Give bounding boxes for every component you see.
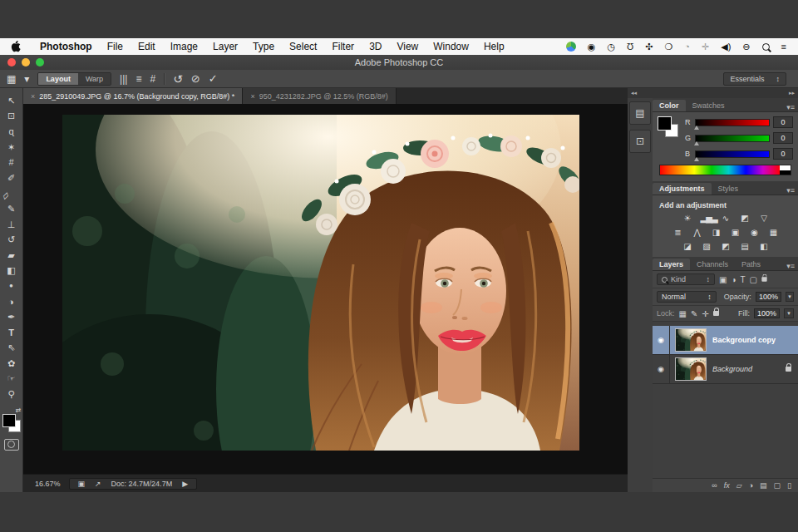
delete-layer-icon[interactable]: ▯ [787,481,791,490]
move-status-icon[interactable]: ✛ [702,42,709,52]
slider-handle[interactable] [694,157,699,161]
layout-button[interactable]: Layout [38,73,78,85]
warp-button[interactable]: Warp [78,73,111,85]
opacity-dropdown-icon[interactable]: ▾ [786,292,794,302]
menu-window[interactable]: Window [426,41,476,52]
tab-layers[interactable]: Layers [653,259,690,270]
export-icon[interactable]: ↗ [95,480,101,488]
layer-row-background[interactable]: ◉ Background [653,355,798,384]
status-menu-icon[interactable]: ▶ [182,480,188,488]
green-value[interactable]: 0 [773,132,793,144]
opacity-value[interactable]: 100% [756,292,781,302]
split-vertical-icon[interactable]: ||| [120,73,127,85]
expand-panels-icon[interactable]: ▸▸ [789,90,795,96]
menu-file[interactable]: File [100,41,131,52]
split-horizontal-icon[interactable]: ≡ [135,73,141,85]
filter-smart-objects-icon[interactable] [761,277,766,281]
sync-icon[interactable] [566,42,576,52]
eraser-tool[interactable]: ▰ [2,248,21,264]
blend-mode-dropdown[interactable]: Normal ↕ [657,291,717,303]
threshold-icon[interactable]: ◩ [720,242,732,251]
visibility-eye-icon[interactable]: ◉ [653,355,670,383]
foreground-color-swatch[interactable] [658,116,672,131]
menu-filter[interactable]: Filter [324,41,362,52]
menu-image[interactable]: Image [163,41,205,52]
clone-stamp-tool[interactable]: ⊥ [2,217,21,233]
menu-type[interactable]: Type [245,41,282,52]
canvas-area[interactable] [23,104,628,474]
slider-handle[interactable] [694,126,699,130]
photo-filter-icon[interactable]: ▣ [729,228,741,237]
color-spectrum-ramp[interactable] [659,165,791,175]
green-slider[interactable] [695,135,770,142]
zoom-level[interactable]: 16.67% [35,480,61,488]
filter-shape-layers-icon[interactable]: ▢ [750,275,757,284]
lock-transparent-icon[interactable]: ▦ [679,309,687,318]
document-tab-inactive[interactable]: × 950_4231282.JPG @ 12.5% (RGB/8#) [243,88,397,104]
shape-tool[interactable]: ✿ [2,356,21,372]
tab-color[interactable]: Color [653,100,686,111]
tool-preset-dropdown-icon[interactable]: ▾ [24,73,29,85]
magic-wand-tool[interactable]: ✶ [2,140,21,155]
tab-adjustments[interactable]: Adjustments [653,183,712,195]
new-group-icon[interactable]: ▤ [760,481,767,490]
blue-value[interactable]: 0 [773,148,793,160]
clock-icon[interactable]: ◷ [607,42,615,52]
preview-icon[interactable]: ▣ [78,480,86,488]
spotlight-icon[interactable] [762,43,770,51]
panel-menu-icon[interactable]: ▾≡ [786,262,795,270]
collapse-panels-icon[interactable]: ◂◂ [631,90,637,96]
paw-icon[interactable]: ✣ [645,42,653,52]
document-tab-active[interactable]: × 285_2910049.JPG @ 16.7% (Background co… [23,88,243,104]
tab-paths[interactable]: Paths [735,259,767,270]
blue-slider[interactable] [695,150,770,158]
apple-menu-icon[interactable] [10,41,21,53]
foreground-color-swatch[interactable] [2,414,16,427]
kind-filter-dropdown[interactable]: Kind ↕ [657,273,715,285]
menu-view[interactable]: View [389,41,426,52]
move-tool[interactable]: ↖ [2,93,21,109]
history-brush-tool[interactable]: ↺ [2,232,21,248]
cancel-icon[interactable]: ⊘ [191,72,200,85]
layer-name[interactable]: Background [712,365,786,373]
chat-icon[interactable]: ❍ [664,42,672,52]
filter-type-layers-icon[interactable]: T [741,275,746,284]
exposure-icon[interactable]: ◩ [739,214,751,223]
layer-name[interactable]: Background copy [712,336,798,344]
menu-photoshop[interactable]: Photoshop [32,41,100,52]
red-value[interactable]: 0 [773,116,793,128]
lasso-tool[interactable]: ɋ [2,124,21,140]
lock-all-icon[interactable] [713,311,719,316]
menu-edit[interactable]: Edit [131,41,163,52]
properties-panel-icon[interactable]: ⊡ [629,130,651,153]
menu-select[interactable]: Select [282,41,324,52]
reset-icon[interactable]: ↺ [173,72,183,86]
panel-color-swatches[interactable] [658,116,679,138]
hue-saturation-icon[interactable]: ≣ [672,228,683,237]
path-select-tool[interactable]: ⇖ [2,341,21,357]
channel-mixer-icon[interactable]: ◉ [748,228,760,237]
add-mask-icon[interactable]: ▱ [736,481,742,490]
color-lookup-icon[interactable]: ▦ [767,228,779,237]
crop-tool[interactable]: # [2,155,21,170]
red-slider[interactable] [695,119,770,126]
layer-style-fx-icon[interactable]: fx [724,481,730,490]
black-white-icon[interactable]: ◨ [710,228,722,237]
blur-tool[interactable]: ● [2,278,21,294]
notification-center-icon[interactable]: ≡ [781,42,786,52]
curves-icon[interactable]: ∿ [720,214,732,223]
filter-adjustment-layers-icon[interactable]: ◑ [731,275,736,284]
new-layer-icon[interactable]: ▢ [774,481,781,490]
menu-3d[interactable]: 3D [362,41,389,52]
panel-menu-icon[interactable]: ▾≡ [786,186,795,195]
selective-color-icon[interactable]: ▤ [739,242,751,251]
time-machine-icon[interactable]: ⊖ [742,42,750,52]
history-icon[interactable]: ◔ [684,42,690,52]
gradient-tool[interactable]: ◧ [2,264,21,279]
color-balance-icon[interactable]: ⋀ [691,228,702,237]
commit-icon[interactable]: ✓ [209,72,218,85]
posterize-icon[interactable]: ▨ [701,242,712,251]
levels-icon[interactable]: ▂▅▃ [701,214,712,223]
invert-icon[interactable]: ◪ [682,242,693,251]
tab-styles[interactable]: Styles [712,183,746,195]
